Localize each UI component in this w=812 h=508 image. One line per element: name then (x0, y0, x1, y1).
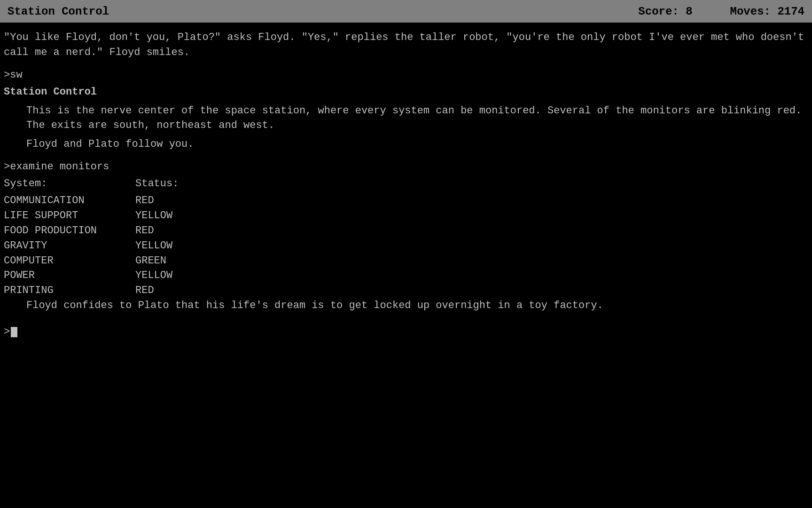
stats-section: Score: 8 Moves: 2174 (638, 5, 804, 18)
intro-text: "You like Floyd, don't you, Plato?" asks… (4, 30, 808, 60)
status-power: YELLOW (135, 268, 229, 283)
table-row: COMPUTER GREEN (4, 254, 808, 269)
status-computer: GREEN (135, 254, 229, 269)
moves-label: Moves: (730, 5, 771, 18)
floyd-confides-text: Floyd confides to Plato that his life's … (26, 298, 808, 313)
table-header-status: Status: (135, 176, 229, 191)
game-title: Station Control (8, 5, 109, 18)
moves-value: 2174 (777, 5, 804, 18)
status-life-support: YELLOW (135, 208, 229, 223)
table-row: COMMUNICATION RED (4, 193, 808, 208)
system-gravity: GRAVITY (4, 238, 135, 254)
score-label: Score: (638, 5, 679, 18)
status-printing: RED (135, 283, 229, 298)
score-value: 8 (686, 5, 692, 18)
status-food-production: RED (135, 223, 229, 238)
monitor-table: COMMUNICATION RED LIFE SUPPORT YELLOW FO… (4, 193, 808, 298)
table-row: LIFE SUPPORT YELLOW (4, 208, 808, 223)
title-bar: Station Control Score: 8 Moves: 2174 (0, 0, 812, 23)
system-computer: COMPUTER (4, 254, 135, 269)
follow-text: Floyd and Plato follow you. (26, 137, 808, 152)
table-row: GRAVITY YELLOW (4, 238, 808, 254)
monitor-table-header: System: Status: (4, 176, 808, 191)
system-power: POWER (4, 268, 135, 283)
table-row: FOOD PRODUCTION RED (4, 223, 808, 238)
location-description: This is the nerve center of the space st… (26, 103, 808, 134)
game-content: "You like Floyd, don't you, Plato?" asks… (0, 23, 812, 347)
score-display: Score: 8 (638, 5, 692, 18)
table-row: PRINTING RED (4, 283, 808, 298)
table-row: POWER YELLOW (4, 268, 808, 283)
command-sw[interactable]: >sw (4, 68, 808, 83)
moves-display: Moves: 2174 (730, 5, 804, 18)
status-communication: RED (135, 193, 229, 208)
status-gravity: YELLOW (135, 238, 229, 254)
input-prompt-line[interactable]: > (4, 325, 808, 340)
system-food-production: FOOD PRODUCTION (4, 223, 135, 238)
table-header-system: System: (4, 176, 135, 191)
system-communication: COMMUNICATION (4, 193, 135, 208)
system-life-support: LIFE SUPPORT (4, 208, 135, 223)
cursor (11, 327, 17, 337)
location-name: Station Control (4, 85, 808, 100)
system-printing: PRINTING (4, 283, 135, 298)
prompt-symbol: > (4, 325, 10, 340)
command-examine[interactable]: >examine monitors (4, 159, 808, 175)
